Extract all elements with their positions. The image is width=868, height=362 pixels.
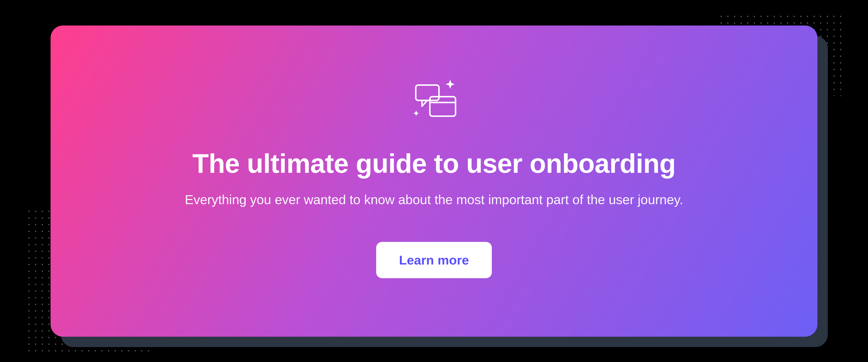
hero-subtitle: Everything you ever wanted to know about… bbox=[185, 190, 683, 209]
svg-rect-2 bbox=[430, 97, 456, 116]
hero-card: The ultimate guide to user onboarding Ev… bbox=[51, 26, 817, 337]
hero-title: The ultimate guide to user onboarding bbox=[192, 148, 676, 179]
svg-marker-1 bbox=[422, 101, 427, 106]
svg-rect-0 bbox=[416, 85, 439, 101]
learn-more-button[interactable]: Learn more bbox=[376, 242, 492, 278]
onboarding-chat-sparkle-icon bbox=[407, 80, 461, 125]
hero-banner-wrapper: The ultimate guide to user onboarding Ev… bbox=[51, 26, 817, 337]
